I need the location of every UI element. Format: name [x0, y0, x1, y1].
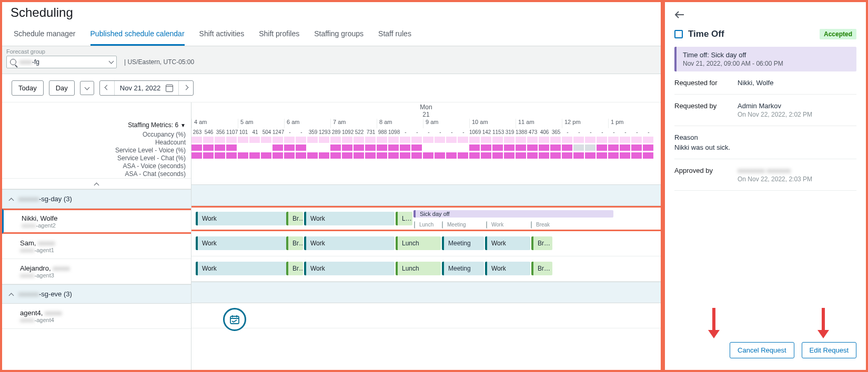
occupancy-value: - — [284, 128, 296, 136]
shift-block-break[interactable]: Br… — [531, 236, 552, 250]
search-icon — [10, 59, 16, 65]
occupancy-value: 289 — [330, 128, 342, 136]
metric-label: ASA - Voice (seconds) — [2, 162, 186, 170]
shift-block-work[interactable]: Work — [304, 212, 395, 225]
time-off-block[interactable]: Sick day off — [413, 210, 613, 218]
chevron-up-icon — [9, 290, 13, 298]
filter-bar: Forecast group xxxx-fg | US/Eastern, UTC… — [2, 46, 661, 74]
hour-label: 5 am — [238, 119, 284, 128]
occupancy-value: 406 — [539, 128, 550, 136]
agent-row[interactable]: Nikki, Wolfexxxxx-agent2 — [2, 209, 191, 234]
occupancy-value: 1069 — [469, 128, 481, 136]
shift-block-work[interactable]: Work — [196, 236, 286, 250]
occupancy-value: - — [458, 128, 469, 136]
shift-block-break[interactable]: Br… — [286, 236, 303, 250]
occupancy-value: 1107 — [226, 128, 238, 136]
occupancy-value: 41 — [249, 128, 261, 136]
tab-shift-activities[interactable]: Shift activities — [199, 24, 245, 46]
back-button[interactable] — [674, 7, 856, 27]
tabs: Schedule managerPublished schedule calen… — [2, 24, 661, 46]
shift-block-work[interactable]: Work — [485, 236, 530, 250]
view-select[interactable]: Day — [49, 80, 75, 96]
date-picker[interactable]: Nov 21, 2022 — [99, 80, 194, 96]
forecast-group-select[interactable]: xxxx-fg — [6, 56, 117, 68]
view-chevron[interactable] — [80, 81, 94, 95]
shift-block-break[interactable]: Br… — [286, 212, 303, 225]
occupancy-value: - — [562, 128, 573, 136]
gantt-row: WorkBr…WorkLunchMeetingWorkBr… — [191, 256, 661, 282]
edit-request-button[interactable]: Edit Request — [802, 342, 856, 358]
occupancy-value: 101 — [238, 128, 249, 136]
status-badge: Accepted — [820, 29, 856, 39]
occupancy-value: 356 — [215, 128, 226, 136]
occupancy-value: 546 — [203, 128, 215, 136]
ghost-block: Lunch — [414, 221, 439, 229]
heatmap-row — [191, 136, 661, 144]
agent-row[interactable]: Alejandro, xxxxxxxxxx-agent3 — [2, 259, 191, 284]
metric-label: Headcount — [2, 139, 186, 147]
shift-block-work[interactable]: Work — [196, 212, 286, 225]
shift-block-meeting[interactable]: Meeting — [442, 262, 484, 275]
hour-label: 7 am — [330, 119, 377, 128]
next-day-button[interactable] — [179, 81, 193, 95]
today-button[interactable]: Today — [12, 80, 44, 96]
metric-label: ASA - Chat (seconds) — [2, 170, 186, 178]
occupancy-value: 365 — [550, 128, 562, 136]
tab-staff-rules[interactable]: Staff rules — [378, 24, 411, 46]
hour-label: 10 am — [469, 119, 516, 128]
occupancy-value: 1293 — [319, 128, 330, 136]
hour-label: 11 am — [516, 119, 562, 128]
shift-block-work[interactable]: Work — [485, 262, 530, 275]
shift-block-break[interactable]: Br… — [286, 262, 303, 275]
svg-rect-0 — [230, 316, 239, 324]
staffing-group-row[interactable]: xxxxxx-sg-day (3) — [2, 189, 191, 209]
occupancy-value: 263 — [191, 128, 203, 136]
floating-calendar-button[interactable] — [223, 308, 246, 331]
occupancy-value: 473 — [527, 128, 539, 136]
panel-title: Time Off — [688, 29, 724, 39]
occupancy-value: 522 — [354, 128, 365, 136]
staffing-metrics-toggle[interactable]: Staffing Metrics: 6 ▼ — [2, 121, 191, 131]
tab-staffing-groups[interactable]: Staffing groups — [314, 24, 364, 46]
tab-shift-profiles[interactable]: Shift profiles — [259, 24, 299, 46]
hour-label: 4 am — [191, 119, 238, 128]
cancel-request-button[interactable]: Cancel Request — [730, 342, 794, 358]
shift-block-work[interactable]: Work — [304, 262, 395, 275]
occupancy-value: 1092 — [342, 128, 354, 136]
gantt-row — [191, 303, 661, 328]
hour-label: 12 pm — [562, 119, 608, 128]
prev-day-button[interactable] — [100, 81, 114, 95]
requested-for-value: Nikki, Wolfe — [738, 79, 856, 87]
tab-published-schedule-calendar[interactable]: Published schedule calendar — [90, 24, 185, 46]
ghost-block: Work — [486, 221, 528, 229]
tab-schedule-manager[interactable]: Schedule manager — [14, 24, 76, 46]
chevron-up-icon — [9, 195, 13, 203]
shift-block-break[interactable]: Br… — [531, 262, 552, 275]
requested-by-label: Requested by — [674, 102, 738, 118]
shift-block-meeting[interactable]: Meeting — [442, 236, 484, 250]
agent-row[interactable]: agent4, xxxxxxxxxx-agent4 — [2, 304, 191, 329]
staffing-group-row[interactable]: xxxxxx-sg-eve (3) — [2, 284, 191, 304]
shift-block-work[interactable]: Work — [196, 262, 286, 275]
occupancy-value: - — [411, 128, 423, 136]
shift-block-lunch[interactable]: Lunch — [396, 262, 441, 275]
requested-for-label: Requested for — [674, 79, 738, 87]
occupancy-value: - — [296, 128, 307, 136]
occupancy-value: - — [446, 128, 458, 136]
occupancy-value: 1153 — [492, 128, 504, 136]
occupancy-value: - — [573, 128, 585, 136]
metric-label: Service Level - Chat (%) — [2, 154, 186, 162]
shift-block-lunch[interactable]: L… — [396, 212, 412, 225]
annotation-arrow — [708, 308, 720, 339]
agent-row[interactable]: Sam, xxxxxxxxxx-agent1 — [2, 234, 191, 259]
occupancy-value: 1388 — [516, 128, 527, 136]
current-date: Nov 21, 2022 — [120, 84, 160, 92]
collapse-metrics[interactable] — [2, 178, 191, 189]
ghost-block: Meeting — [442, 221, 484, 229]
approved-by-value: xxxxxxxx xxxxxxx — [738, 167, 856, 174]
staffing-group-row-gantt — [191, 184, 661, 206]
shift-block-lunch[interactable]: Lunch — [396, 236, 441, 250]
shift-block-work[interactable]: Work — [304, 236, 395, 250]
ghost-block: Break — [531, 221, 556, 229]
annotation-arrow — [817, 308, 829, 339]
